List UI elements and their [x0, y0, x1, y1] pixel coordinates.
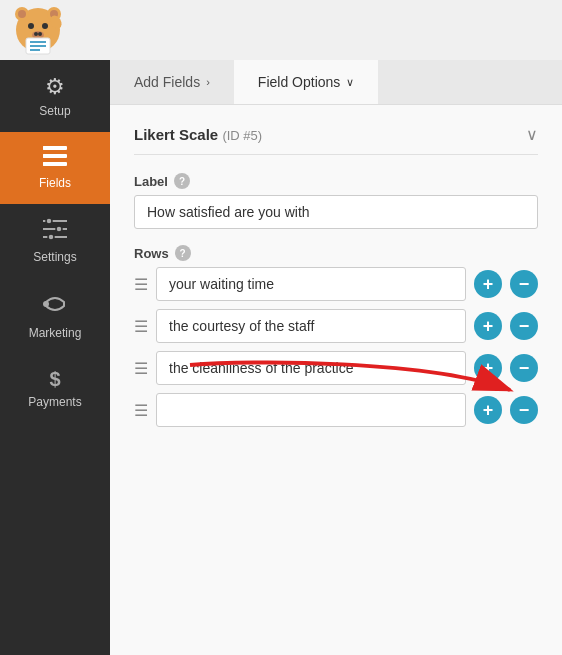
- field-header: Likert Scale (ID #5) ∨: [134, 125, 538, 155]
- row-add-button-1[interactable]: +: [474, 270, 502, 298]
- svg-rect-18: [43, 146, 47, 150]
- marketing-icon: [43, 292, 67, 322]
- logo-icon: [12, 4, 64, 56]
- svg-point-5: [28, 23, 34, 29]
- row-add-button-4[interactable]: +: [474, 396, 502, 424]
- svg-rect-20: [43, 162, 47, 166]
- rows-label: Rows ?: [134, 245, 538, 261]
- tab-add-fields-label: Add Fields: [134, 74, 200, 90]
- svg-point-25: [56, 226, 62, 232]
- row-item-3: ☰ + −: [134, 351, 538, 385]
- svg-rect-19: [43, 154, 47, 158]
- row-add-button-3[interactable]: +: [474, 354, 502, 382]
- form-content: Likert Scale (ID #5) ∨ Label ? Rows ?: [110, 105, 562, 655]
- svg-point-8: [34, 32, 38, 36]
- sidebar: ⚙ Setup Fields: [0, 60, 110, 655]
- tab-add-fields-chevron: ›: [206, 76, 210, 88]
- gear-icon: ⚙: [45, 74, 65, 100]
- row-item-4: ☰ + −: [134, 393, 538, 427]
- svg-point-3: [18, 10, 26, 18]
- row-item-1: ☰ + −: [134, 267, 538, 301]
- content-area: Add Fields › Field Options ∨ Likert Scal…: [110, 60, 562, 655]
- label-group: Label ?: [134, 173, 538, 229]
- tabs-bar: Add Fields › Field Options ∨: [110, 60, 562, 105]
- sidebar-label-marketing: Marketing: [29, 326, 82, 340]
- fields-icon: [43, 146, 67, 172]
- svg-point-26: [48, 234, 54, 240]
- sidebar-label-payments: Payments: [28, 395, 81, 409]
- row-input-4[interactable]: [156, 393, 466, 427]
- row-remove-button-1[interactable]: −: [510, 270, 538, 298]
- svg-point-9: [38, 32, 42, 36]
- logo-bar: [0, 0, 562, 60]
- row-add-button-2[interactable]: +: [474, 312, 502, 340]
- row-item-2: ☰ + −: [134, 309, 538, 343]
- sidebar-item-marketing[interactable]: Marketing: [0, 278, 110, 354]
- rows-section: Rows ? ☰ + − ☰ + −: [134, 245, 538, 427]
- tab-field-options[interactable]: Field Options ∨: [234, 60, 378, 104]
- field-title: Likert Scale (ID #5): [134, 126, 262, 143]
- rows-help-icon[interactable]: ?: [175, 245, 191, 261]
- row-input-2[interactable]: [156, 309, 466, 343]
- row-input-1[interactable]: [156, 267, 466, 301]
- sidebar-label-setup: Setup: [39, 104, 70, 118]
- field-id-badge: (ID #5): [222, 128, 262, 143]
- svg-point-6: [42, 23, 48, 29]
- payments-icon: $: [49, 368, 60, 391]
- sidebar-label-settings: Settings: [33, 250, 76, 264]
- tab-field-options-label: Field Options: [258, 74, 340, 90]
- drag-handle-1[interactable]: ☰: [134, 275, 148, 294]
- sidebar-item-settings[interactable]: Settings: [0, 204, 110, 278]
- row-remove-button-4[interactable]: −: [510, 396, 538, 424]
- sidebar-label-fields: Fields: [39, 176, 71, 190]
- drag-handle-3[interactable]: ☰: [134, 359, 148, 378]
- row-input-3[interactable]: [156, 351, 466, 385]
- svg-point-27: [43, 301, 49, 307]
- drag-handle-4[interactable]: ☰: [134, 401, 148, 420]
- row-remove-button-3[interactable]: −: [510, 354, 538, 382]
- tab-field-options-chevron: ∨: [346, 76, 354, 89]
- tab-add-fields[interactable]: Add Fields ›: [110, 60, 234, 104]
- label-input[interactable]: [134, 195, 538, 229]
- main-layout: ⚙ Setup Fields: [0, 60, 562, 655]
- label-field-label: Label ?: [134, 173, 538, 189]
- sidebar-item-setup[interactable]: ⚙ Setup: [0, 60, 110, 132]
- row-remove-button-2[interactable]: −: [510, 312, 538, 340]
- sidebar-item-payments[interactable]: $ Payments: [0, 354, 110, 423]
- drag-handle-2[interactable]: ☰: [134, 317, 148, 336]
- svg-point-24: [46, 218, 52, 224]
- settings-icon: [43, 218, 67, 246]
- sidebar-item-fields[interactable]: Fields: [0, 132, 110, 204]
- label-help-icon[interactable]: ?: [174, 173, 190, 189]
- field-collapse-icon[interactable]: ∨: [526, 125, 538, 144]
